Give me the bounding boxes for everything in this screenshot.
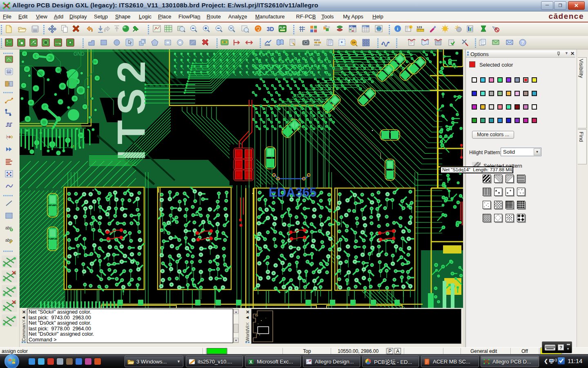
- svg-text:3D: 3D: [267, 26, 274, 32]
- svg-text:123: 123: [416, 25, 422, 29]
- svg-text:U1: U1: [7, 71, 11, 73]
- svg-text:R1R2: R1R2: [314, 39, 320, 41]
- svg-text:GND: GND: [74, 51, 85, 57]
- svg-text:CM: CM: [350, 26, 352, 28]
- svg-text:X: X: [249, 359, 252, 364]
- svg-text:EDA365: EDA365: [269, 185, 316, 200]
- svg-text:TP: TP: [352, 41, 356, 44]
- svg-text:DFA: DFA: [363, 26, 366, 28]
- svg-text:i: i: [397, 26, 398, 31]
- svg-text:ODB: ODB: [265, 44, 270, 46]
- svg-text:?: ?: [521, 40, 524, 45]
- svg-text:V1V2: V1V2: [314, 44, 319, 46]
- svg-text:ITS2: ITS2: [109, 56, 154, 161]
- svg-text:FLIP: FLIP: [279, 26, 285, 29]
